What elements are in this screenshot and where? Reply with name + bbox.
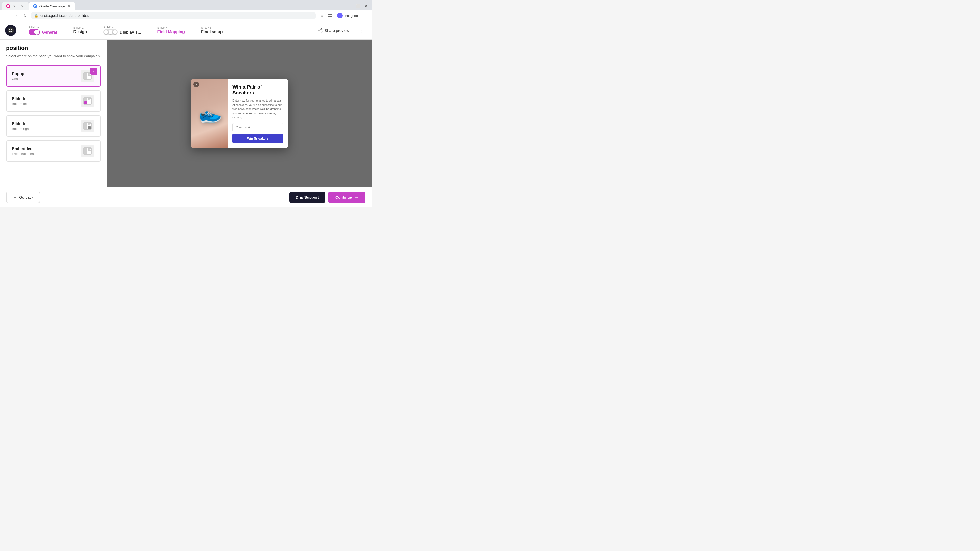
option-popup-title: Popup <box>12 72 24 76</box>
svg-point-10 <box>318 30 320 31</box>
step1-toggle-row: General <box>29 29 57 35</box>
option-embedded-subtitle: Free placement <box>12 152 35 156</box>
slide-right-bg <box>84 123 87 129</box>
step-field-mapping[interactable]: STEP 4 Field Mapping <box>149 21 193 39</box>
option-slide-in-right-title: Slide-In <box>12 122 30 126</box>
drip-support-label: Drip Support <box>296 195 319 200</box>
option-embedded[interactable]: Embedded Free placement <box>6 140 101 162</box>
slide-left-inner <box>83 97 92 105</box>
close-button[interactable]: ✕ <box>363 3 369 10</box>
slide-right-indicator <box>88 126 91 129</box>
svg-rect-2 <box>328 14 330 15</box>
option-popup-subtitle: Center <box>12 77 24 81</box>
slide-right-mini-icon <box>81 121 94 132</box>
svg-point-7 <box>9 29 10 30</box>
slide-left-indicator <box>84 101 87 104</box>
option-embedded-icon <box>80 144 95 157</box>
option-slide-in-right[interactable]: Slide-In Bottom right <box>6 115 101 137</box>
popup-close-label: × <box>195 83 197 86</box>
popup-content: Win a Pair of Sneakers Enter now for you… <box>228 79 288 148</box>
continue-button[interactable]: Continue → <box>328 192 366 203</box>
profile-button[interactable]: I Incognito <box>334 12 360 19</box>
tab-bar: Drip ✕ Onsite Campaign ✕ + ⌄ ⬜ ✕ <box>0 0 372 10</box>
forward-button[interactable]: → <box>12 12 19 19</box>
embedded-content <box>87 148 91 154</box>
go-back-button[interactable]: ← Go back <box>6 192 40 203</box>
embedded-inner <box>83 148 92 155</box>
step2-label: STEP 2 <box>73 26 87 29</box>
tab-drip[interactable]: Drip ✕ <box>2 2 29 10</box>
step3-name: Display s... <box>120 30 141 35</box>
tab-onsite[interactable]: Onsite Campaign ✕ <box>29 2 75 10</box>
share-icon <box>318 28 323 33</box>
address-bar-actions: ☆ I Incognito ⋮ <box>318 12 369 19</box>
option-embedded-text: Embedded Free placement <box>12 147 35 156</box>
lock-icon: 🔒 <box>34 14 38 17</box>
star-button[interactable]: ☆ <box>318 12 325 19</box>
tab-onsite-close[interactable]: ✕ <box>67 4 71 8</box>
svg-point-11 <box>321 31 322 32</box>
refresh-button[interactable]: ↻ <box>21 12 29 19</box>
new-tab-button[interactable]: + <box>76 3 83 10</box>
shoe-emoji: 👟 <box>196 100 223 127</box>
extensions-button[interactable] <box>326 12 334 19</box>
svg-rect-5 <box>330 16 331 17</box>
campaign-popup: × 👟 Win a Pair of Sneakers Enter now for… <box>191 79 288 148</box>
option-popup[interactable]: Popup Center ✓ <box>6 65 101 87</box>
bottom-bar: ← Go back Drip Support Continue → <box>0 187 372 207</box>
step-design[interactable]: STEP 2 Design <box>65 21 95 39</box>
drip-favicon <box>6 4 10 8</box>
em-line1 <box>88 148 91 149</box>
option-slide-in-left[interactable]: Slide-In Bottom left <box>6 90 101 112</box>
sl-line2 <box>88 99 89 100</box>
step-final[interactable]: STEP 5 Final setup <box>193 21 231 39</box>
option-slide-in-left-icon <box>80 95 95 107</box>
step1-toggle[interactable] <box>29 29 40 35</box>
step-general[interactable]: STEP 1 General <box>21 21 65 39</box>
browser-chrome: Drip ✕ Onsite Campaign ✕ + ⌄ ⬜ ✕ ← → ↻ 🔒… <box>0 0 372 21</box>
popup-image: 👟 <box>191 79 228 148</box>
slide-left-content <box>87 98 91 104</box>
drip-support-button[interactable]: Drip Support <box>290 192 325 203</box>
step4-name: Field Mapping <box>158 30 185 34</box>
svg-point-9 <box>321 29 322 30</box>
share-preview-label: Share preview <box>325 28 349 33</box>
url-text: onsite.getdrip.com/drip-builder/ <box>40 14 313 17</box>
popup-mini-left <box>84 73 87 79</box>
step-bar-right: Share preview ⋮ <box>314 26 366 35</box>
minimize-button[interactable]: ⌄ <box>346 3 353 10</box>
step5-label: STEP 5 <box>201 26 223 29</box>
option-popup-icon: ✓ <box>80 70 95 83</box>
em-line2 <box>88 149 89 150</box>
go-back-arrow-icon: ← <box>13 195 17 200</box>
step4-label: STEP 4 <box>158 26 185 29</box>
menu-button[interactable]: ⋮ <box>361 12 369 19</box>
share-preview-button[interactable]: Share preview <box>314 26 353 35</box>
popup-title: Win a Pair of Sneakers <box>232 84 283 96</box>
sl-line1 <box>88 98 91 99</box>
option-slide-in-right-subtitle: Bottom right <box>12 127 30 130</box>
popup-email-input[interactable] <box>232 123 283 131</box>
back-button[interactable]: ← <box>3 12 10 19</box>
continue-arrow-icon: → <box>355 195 358 200</box>
step3-toggle[interactable] <box>103 29 118 35</box>
address-bar[interactable]: 🔒 onsite.getdrip.com/drip-builder/ <box>30 12 316 19</box>
svg-line-13 <box>320 30 321 32</box>
popup-shoe-bg: 👟 <box>191 79 228 148</box>
option-embedded-title: Embedded <box>12 147 35 151</box>
svg-point-8 <box>11 29 12 30</box>
tab-drip-close[interactable]: ✕ <box>21 4 24 8</box>
more-button[interactable]: ⋮ <box>357 26 366 35</box>
svg-rect-3 <box>330 14 331 15</box>
preview-area: × 👟 Win a Pair of Sneakers Enter now for… <box>107 40 372 187</box>
option-slide-in-left-subtitle: Bottom left <box>12 102 27 106</box>
popup-submit-button[interactable]: Win Sneakers <box>232 134 283 143</box>
main-area: position Select where on the page you wa… <box>0 40 372 187</box>
step3-label: STEP 3 <box>103 25 141 28</box>
maximize-button[interactable]: ⬜ <box>354 3 361 10</box>
step-display[interactable]: STEP 3 Display s... <box>95 21 149 39</box>
section-title: position <box>6 45 101 52</box>
sr-line1 <box>88 123 91 124</box>
sr-line2 <box>88 124 89 125</box>
option-slide-in-right-text: Slide-In Bottom right <box>12 122 30 130</box>
